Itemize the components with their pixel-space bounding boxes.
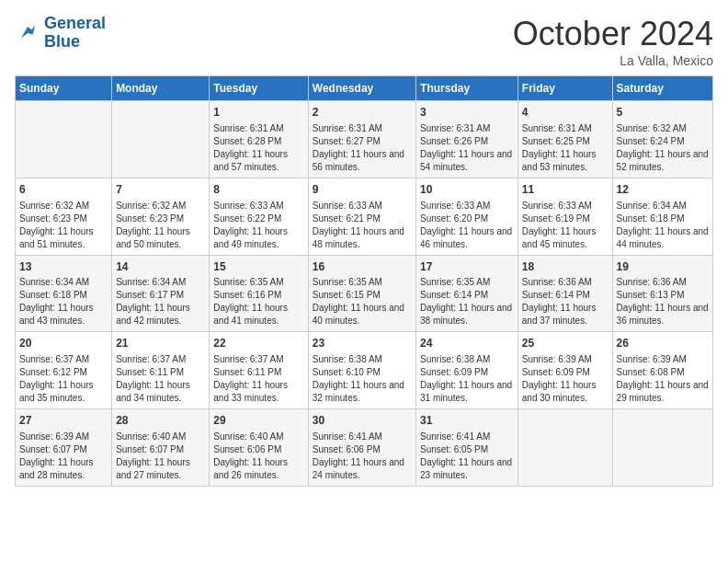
day-number: 5	[617, 105, 709, 121]
day-cell	[518, 409, 612, 487]
day-cell: 9Sunrise: 6:33 AMSunset: 6:21 PMDaylight…	[308, 178, 415, 255]
day-cell: 19Sunrise: 6:36 AMSunset: 6:13 PMDayligh…	[612, 255, 712, 332]
day-cell: 21Sunrise: 6:37 AMSunset: 6:11 PMDayligh…	[112, 332, 210, 409]
day-number: 11	[522, 182, 609, 198]
week-row-4: 20Sunrise: 6:37 AMSunset: 6:12 PMDayligh…	[16, 332, 713, 409]
day-info: Sunrise: 6:32 AMSunset: 6:23 PMDaylight:…	[116, 200, 205, 251]
logo: General Blue	[15, 15, 106, 52]
day-info: Sunrise: 6:41 AMSunset: 6:05 PMDaylight:…	[420, 431, 514, 482]
header-thursday: Thursday	[416, 76, 518, 101]
page-header: General Blue October 2024 La Valla, Mexi…	[15, 15, 713, 68]
day-info: Sunrise: 6:31 AMSunset: 6:27 PMDaylight:…	[313, 122, 412, 174]
day-cell: 3Sunrise: 6:31 AMSunset: 6:26 PMDaylight…	[416, 101, 518, 178]
day-cell: 26Sunrise: 6:39 AMSunset: 6:08 PMDayligh…	[612, 332, 712, 409]
day-number: 20	[19, 336, 108, 351]
day-info: Sunrise: 6:32 AMSunset: 6:23 PMDaylight:…	[19, 200, 108, 251]
day-cell: 5Sunrise: 6:32 AMSunset: 6:24 PMDaylight…	[612, 101, 712, 178]
day-number: 31	[420, 413, 514, 429]
day-info: Sunrise: 6:36 AMSunset: 6:14 PMDaylight:…	[522, 276, 609, 327]
day-number: 10	[420, 182, 514, 198]
day-number: 9	[313, 182, 412, 198]
day-cell: 20Sunrise: 6:37 AMSunset: 6:12 PMDayligh…	[16, 332, 112, 409]
day-info: Sunrise: 6:35 AMSunset: 6:15 PMDaylight:…	[313, 276, 412, 327]
header-row: Sunday Monday Tuesday Wednesday Thursday…	[16, 76, 713, 101]
day-cell: 17Sunrise: 6:35 AMSunset: 6:14 PMDayligh…	[416, 255, 518, 332]
day-cell: 23Sunrise: 6:38 AMSunset: 6:10 PMDayligh…	[308, 332, 415, 409]
day-number: 18	[522, 259, 609, 275]
day-info: Sunrise: 6:39 AMSunset: 6:08 PMDaylight:…	[617, 353, 709, 405]
logo-text: General Blue	[44, 15, 106, 52]
day-info: Sunrise: 6:31 AMSunset: 6:25 PMDaylight:…	[522, 122, 609, 174]
day-info: Sunrise: 6:41 AMSunset: 6:06 PMDaylight:…	[313, 431, 412, 482]
week-row-3: 13Sunrise: 6:34 AMSunset: 6:18 PMDayligh…	[16, 255, 713, 332]
header-saturday: Saturday	[612, 76, 712, 101]
day-info: Sunrise: 6:37 AMSunset: 6:12 PMDaylight:…	[19, 353, 108, 405]
day-info: Sunrise: 6:33 AMSunset: 6:21 PMDaylight:…	[313, 200, 412, 251]
day-cell: 4Sunrise: 6:31 AMSunset: 6:25 PMDaylight…	[518, 101, 612, 178]
day-number: 2	[313, 105, 412, 121]
day-cell: 24Sunrise: 6:38 AMSunset: 6:09 PMDayligh…	[416, 332, 518, 409]
header-wednesday: Wednesday	[308, 76, 415, 101]
logo-line1: General	[44, 14, 106, 32]
day-cell: 14Sunrise: 6:34 AMSunset: 6:17 PMDayligh…	[112, 255, 210, 332]
day-number: 25	[522, 336, 609, 351]
day-number: 6	[19, 182, 108, 198]
day-info: Sunrise: 6:32 AMSunset: 6:24 PMDaylight:…	[617, 122, 709, 174]
week-row-5: 27Sunrise: 6:39 AMSunset: 6:07 PMDayligh…	[16, 409, 713, 487]
day-info: Sunrise: 6:34 AMSunset: 6:18 PMDaylight:…	[19, 276, 108, 327]
header-friday: Friday	[518, 76, 612, 101]
day-number: 29	[213, 413, 303, 429]
day-number: 4	[522, 105, 609, 121]
day-info: Sunrise: 6:34 AMSunset: 6:18 PMDaylight:…	[617, 200, 709, 251]
day-cell: 7Sunrise: 6:32 AMSunset: 6:23 PMDaylight…	[112, 178, 210, 255]
day-number: 28	[116, 413, 205, 429]
day-cell: 22Sunrise: 6:37 AMSunset: 6:11 PMDayligh…	[210, 332, 308, 409]
day-cell: 11Sunrise: 6:33 AMSunset: 6:19 PMDayligh…	[518, 178, 612, 255]
day-info: Sunrise: 6:37 AMSunset: 6:11 PMDaylight:…	[116, 353, 205, 405]
calendar-table: Sunday Monday Tuesday Wednesday Thursday…	[15, 75, 713, 487]
day-number: 21	[116, 336, 205, 351]
day-cell: 8Sunrise: 6:33 AMSunset: 6:22 PMDaylight…	[210, 178, 308, 255]
day-info: Sunrise: 6:40 AMSunset: 6:06 PMDaylight:…	[213, 431, 303, 482]
day-info: Sunrise: 6:39 AMSunset: 6:09 PMDaylight:…	[522, 353, 609, 405]
day-cell	[112, 101, 210, 178]
calendar-body: 1Sunrise: 6:31 AMSunset: 6:28 PMDaylight…	[16, 101, 713, 487]
day-cell: 15Sunrise: 6:35 AMSunset: 6:16 PMDayligh…	[210, 255, 308, 332]
day-number: 3	[420, 105, 514, 121]
day-info: Sunrise: 6:35 AMSunset: 6:16 PMDaylight:…	[213, 276, 303, 327]
day-cell	[16, 101, 112, 178]
month-title: October 2024	[513, 15, 713, 53]
day-number: 23	[313, 336, 412, 351]
header-monday: Monday	[112, 76, 210, 101]
header-tuesday: Tuesday	[210, 76, 308, 101]
logo-line2: Blue	[44, 32, 80, 51]
day-number: 13	[19, 259, 108, 275]
calendar-header: Sunday Monday Tuesday Wednesday Thursday…	[16, 76, 713, 101]
day-number: 12	[617, 182, 709, 198]
logo-bird-icon	[15, 20, 40, 46]
day-number: 27	[19, 413, 108, 429]
day-number: 26	[617, 336, 709, 351]
day-number: 22	[213, 336, 303, 351]
day-number: 14	[116, 259, 205, 275]
week-row-2: 6Sunrise: 6:32 AMSunset: 6:23 PMDaylight…	[16, 178, 713, 255]
day-info: Sunrise: 6:36 AMSunset: 6:13 PMDaylight:…	[617, 276, 709, 327]
day-cell: 30Sunrise: 6:41 AMSunset: 6:06 PMDayligh…	[308, 409, 415, 487]
day-info: Sunrise: 6:38 AMSunset: 6:09 PMDaylight:…	[420, 353, 514, 405]
location: La Valla, Mexico	[513, 53, 713, 68]
day-info: Sunrise: 6:31 AMSunset: 6:28 PMDaylight:…	[213, 122, 303, 174]
day-cell: 13Sunrise: 6:34 AMSunset: 6:18 PMDayligh…	[16, 255, 112, 332]
day-cell: 1Sunrise: 6:31 AMSunset: 6:28 PMDaylight…	[210, 101, 308, 178]
day-info: Sunrise: 6:38 AMSunset: 6:10 PMDaylight:…	[313, 353, 412, 405]
day-info: Sunrise: 6:33 AMSunset: 6:19 PMDaylight:…	[522, 200, 609, 251]
day-info: Sunrise: 6:39 AMSunset: 6:07 PMDaylight:…	[19, 431, 108, 482]
day-cell: 29Sunrise: 6:40 AMSunset: 6:06 PMDayligh…	[210, 409, 308, 487]
svg-marker-0	[21, 25, 35, 38]
title-block: October 2024 La Valla, Mexico	[513, 15, 713, 68]
day-cell: 28Sunrise: 6:40 AMSunset: 6:07 PMDayligh…	[112, 409, 210, 487]
day-number: 24	[420, 336, 514, 351]
day-cell: 16Sunrise: 6:35 AMSunset: 6:15 PMDayligh…	[308, 255, 415, 332]
day-number: 8	[213, 182, 303, 198]
day-info: Sunrise: 6:33 AMSunset: 6:22 PMDaylight:…	[213, 200, 303, 251]
day-number: 19	[617, 259, 709, 275]
